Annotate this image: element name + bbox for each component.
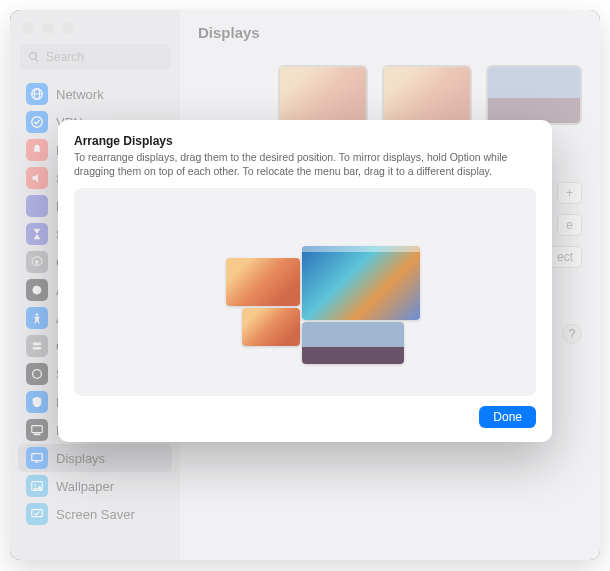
wallpaper-icon (26, 475, 48, 497)
hourglass-icon (26, 223, 48, 245)
done-button[interactable]: Done (479, 406, 536, 428)
sidebar-item-wallpaper[interactable]: Wallpaper (18, 472, 172, 500)
display-thumb-laptop[interactable] (278, 65, 368, 127)
display-thumb-laptop-2[interactable] (382, 65, 472, 127)
siri-icon (26, 363, 48, 385)
connect-fragment[interactable]: ect (548, 246, 582, 268)
sound-icon (26, 167, 48, 189)
privacy-icon (26, 391, 48, 413)
display-thumbnails (278, 65, 582, 127)
arrange-displays-modal: Arrange Displays To rearrange displays, … (58, 120, 552, 442)
display-thumb-monitor[interactable] (486, 65, 582, 125)
arrange-display-2[interactable] (302, 246, 420, 320)
sidebar-item-label: Network (56, 87, 104, 102)
svg-rect-16 (32, 510, 43, 517)
svg-rect-12 (32, 454, 43, 461)
sidebar-item-label: Displays (56, 451, 105, 466)
modal-body: To rearrange displays, drag them to the … (74, 150, 536, 178)
dock-icon (26, 419, 48, 441)
svg-rect-7 (33, 343, 42, 346)
svg-point-9 (33, 370, 42, 379)
svg-rect-13 (35, 462, 39, 463)
moon-icon (26, 195, 48, 217)
screensaver-icon (26, 503, 48, 525)
plus-button[interactable]: + (557, 182, 582, 204)
sidebar-item-screen-saver[interactable]: Screen Saver (18, 500, 172, 528)
close-window-dot[interactable] (22, 22, 34, 34)
svg-rect-10 (32, 426, 43, 433)
sidebar-item-displays[interactable]: Displays (18, 444, 172, 472)
svg-rect-11 (34, 434, 41, 436)
window-traffic-lights (10, 10, 180, 44)
search-icon (28, 51, 40, 63)
maximize-window-dot[interactable] (62, 22, 74, 34)
modal-footer: Done (74, 396, 536, 428)
search-placeholder: Search (46, 50, 84, 64)
svg-point-6 (36, 313, 39, 316)
sidebar-item-network[interactable]: Network (18, 80, 172, 108)
displays-icon (26, 447, 48, 469)
appearance-icon (26, 279, 48, 301)
svg-point-4 (35, 260, 39, 264)
control-icon (26, 335, 48, 357)
search-input[interactable]: Search (20, 44, 170, 70)
content-controls: + e ect ? (548, 182, 582, 344)
arrange-display-4[interactable] (302, 322, 404, 364)
arrange-display-3[interactable] (242, 308, 300, 346)
dropdown-fragment-e[interactable]: e (557, 214, 582, 236)
sidebar-item-label: Wallpaper (56, 479, 114, 494)
menu-bar-indicator[interactable] (302, 246, 420, 252)
bell-icon (26, 139, 48, 161)
sidebar-item-label: Screen Saver (56, 507, 135, 522)
arrange-canvas[interactable] (74, 188, 536, 396)
help-button[interactable]: ? (562, 324, 582, 344)
modal-title: Arrange Displays (74, 134, 536, 148)
vpn-icon (26, 111, 48, 133)
svg-point-15 (34, 484, 36, 486)
globe-icon (26, 83, 48, 105)
arrange-display-1[interactable] (226, 258, 300, 306)
gear-icon (26, 251, 48, 273)
svg-rect-8 (33, 347, 42, 350)
page-title: Displays (198, 24, 582, 41)
minimize-window-dot[interactable] (42, 22, 54, 34)
accessibility-icon (26, 307, 48, 329)
